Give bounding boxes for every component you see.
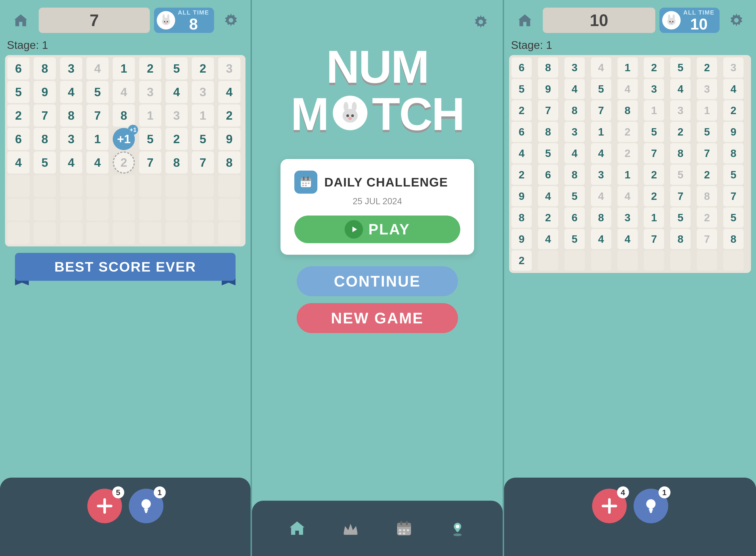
- right-settings-button[interactable]: [724, 8, 749, 33]
- r-cell-6-2[interactable]: 5: [565, 186, 585, 206]
- r-cell-5-7[interactable]: 2: [697, 165, 717, 185]
- cell-0-3[interactable]: 4: [86, 58, 109, 79]
- cell-2-4[interactable]: 8: [113, 104, 135, 127]
- r-cell-7-5[interactable]: 1: [644, 207, 664, 228]
- cell-2-0[interactable]: 2: [7, 104, 30, 127]
- r-cell-0-3[interactable]: 4: [591, 58, 611, 78]
- r-cell-0-1[interactable]: 8: [538, 58, 558, 78]
- r-cell-6-3[interactable]: 4: [591, 186, 611, 206]
- r-cell-5-5[interactable]: 2: [644, 165, 664, 185]
- r-cell-5-8[interactable]: 5: [723, 165, 744, 185]
- cell-2-5[interactable]: 1: [139, 104, 161, 127]
- r-cell-2-0[interactable]: 2: [511, 100, 532, 120]
- r-cell-7-6[interactable]: 5: [670, 207, 690, 228]
- cell-4-5[interactable]: 7: [139, 151, 161, 174]
- left-home-button[interactable]: [7, 6, 35, 34]
- r-cell-5-0[interactable]: 2: [511, 165, 532, 185]
- r-cell-1-6[interactable]: 4: [670, 79, 690, 99]
- left-settings-button[interactable]: [218, 8, 244, 33]
- r-cell-6-6[interactable]: 7: [670, 186, 690, 206]
- cell-0-8[interactable]: 3: [218, 58, 241, 79]
- r-cell-7-4[interactable]: 3: [617, 207, 638, 228]
- cell-3-1[interactable]: 8: [34, 128, 56, 150]
- r-cell-3-7[interactable]: 5: [697, 122, 717, 142]
- cell-4-8[interactable]: 8: [218, 151, 241, 174]
- r-cell-3-8[interactable]: 9: [723, 122, 744, 142]
- r-cell-8-1[interactable]: 4: [538, 229, 558, 249]
- center-settings-button[interactable]: [468, 9, 494, 35]
- cell-2-8[interactable]: 2: [218, 104, 241, 127]
- nav-home-button[interactable]: [283, 515, 311, 542]
- cell-0-2[interactable]: 3: [60, 58, 82, 79]
- r-cell-0-6[interactable]: 5: [670, 58, 690, 78]
- cell-3-2[interactable]: 3: [60, 128, 82, 150]
- cell-3-3[interactable]: 1: [86, 128, 109, 150]
- r-cell-9-0[interactable]: 2: [511, 250, 532, 271]
- cell-2-7[interactable]: 1: [192, 104, 214, 127]
- cell-1-0[interactable]: 5: [7, 81, 30, 103]
- r-cell-4-6[interactable]: 8: [670, 143, 690, 164]
- cell-0-1[interactable]: 8: [34, 58, 56, 79]
- r-cell-3-3[interactable]: 1: [591, 122, 611, 142]
- r-cell-8-8[interactable]: 8: [723, 229, 744, 249]
- cell-3-8[interactable]: 9: [218, 128, 241, 150]
- cell-1-5[interactable]: 3: [139, 81, 161, 103]
- cell-2-1[interactable]: 7: [34, 104, 56, 127]
- r-cell-8-0[interactable]: 9: [511, 229, 532, 249]
- r-cell-2-5[interactable]: 1: [644, 100, 664, 120]
- r-cell-6-4[interactable]: 4: [617, 186, 638, 206]
- r-cell-1-8[interactable]: 4: [723, 79, 744, 99]
- cell-4-7[interactable]: 7: [192, 151, 214, 174]
- cell-4-3[interactable]: 4: [86, 151, 109, 174]
- cell-4-2[interactable]: 4: [60, 151, 82, 174]
- cell-2-2[interactable]: 8: [60, 104, 82, 127]
- nav-location-button[interactable]: [444, 515, 471, 542]
- right-home-button[interactable]: [511, 6, 539, 34]
- r-cell-1-0[interactable]: 5: [511, 79, 532, 99]
- right-plus-button[interactable]: 4: [592, 489, 627, 523]
- cell-2-6[interactable]: 3: [166, 104, 188, 127]
- r-cell-0-8[interactable]: 3: [723, 58, 744, 78]
- cell-0-0[interactable]: 6: [7, 58, 30, 79]
- r-cell-0-0[interactable]: 6: [511, 58, 532, 78]
- r-cell-7-3[interactable]: 8: [591, 207, 611, 228]
- r-cell-2-7[interactable]: 1: [697, 100, 717, 120]
- r-cell-1-2[interactable]: 4: [565, 79, 585, 99]
- r-cell-7-2[interactable]: 6: [565, 207, 585, 228]
- r-cell-5-4[interactable]: 1: [617, 165, 638, 185]
- r-cell-1-4[interactable]: 4: [617, 79, 638, 99]
- r-cell-5-6[interactable]: 5: [670, 165, 690, 185]
- cell-1-8[interactable]: 4: [218, 81, 241, 103]
- r-cell-6-8[interactable]: 7: [723, 186, 744, 206]
- cell-4-1[interactable]: 5: [34, 151, 56, 174]
- r-cell-6-5[interactable]: 2: [644, 186, 664, 206]
- r-cell-2-4[interactable]: 8: [617, 100, 638, 120]
- r-cell-4-5[interactable]: 7: [644, 143, 664, 164]
- r-cell-4-3[interactable]: 4: [591, 143, 611, 164]
- r-cell-0-4[interactable]: 1: [617, 58, 638, 78]
- left-plus-button[interactable]: 5: [87, 489, 122, 523]
- play-button[interactable]: PLAY: [294, 215, 460, 243]
- r-cell-8-4[interactable]: 4: [617, 229, 638, 249]
- continue-button[interactable]: CONTINUE: [297, 266, 458, 296]
- cell-0-7[interactable]: 2: [192, 58, 214, 79]
- cell-3-0[interactable]: 6: [7, 128, 30, 150]
- r-cell-1-1[interactable]: 9: [538, 79, 558, 99]
- r-cell-8-2[interactable]: 5: [565, 229, 585, 249]
- r-cell-1-7[interactable]: 3: [697, 79, 717, 99]
- cell-3-5[interactable]: 5: [139, 128, 161, 150]
- r-cell-3-2[interactable]: 3: [565, 122, 585, 142]
- cell-1-1[interactable]: 9: [34, 81, 56, 103]
- r-cell-3-4[interactable]: 2: [617, 122, 638, 142]
- r-cell-7-8[interactable]: 5: [723, 207, 744, 228]
- r-cell-5-2[interactable]: 8: [565, 165, 585, 185]
- cell-4-0[interactable]: 4: [7, 151, 30, 174]
- cell-1-3[interactable]: 5: [86, 81, 109, 103]
- r-cell-5-3[interactable]: 3: [591, 165, 611, 185]
- cell-0-5[interactable]: 2: [139, 58, 161, 79]
- cell-1-7[interactable]: 3: [192, 81, 214, 103]
- r-cell-2-6[interactable]: 3: [670, 100, 690, 120]
- cell-2-3[interactable]: 7: [86, 104, 109, 127]
- r-cell-3-1[interactable]: 8: [538, 122, 558, 142]
- r-cell-0-2[interactable]: 3: [565, 58, 585, 78]
